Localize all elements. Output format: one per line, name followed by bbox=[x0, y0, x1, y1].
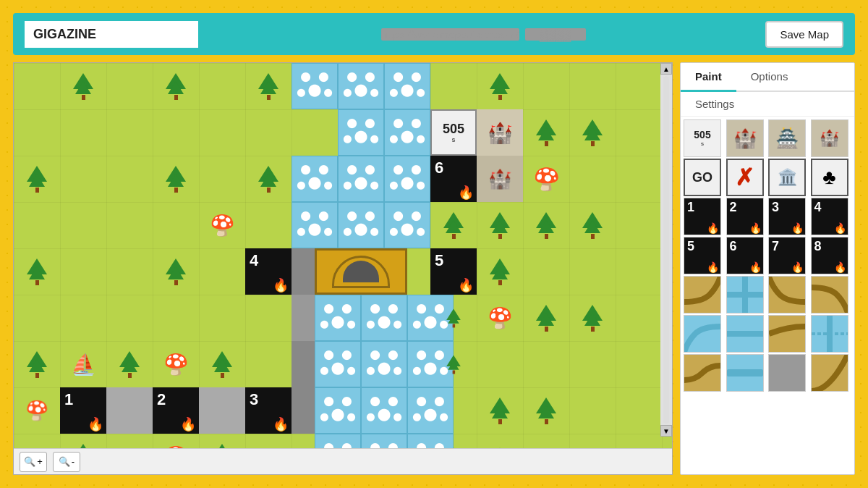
scroll-track-v bbox=[663, 76, 669, 424]
palette-tile-go[interactable]: GO bbox=[684, 159, 721, 196]
tile-palette: 505 s 🏰 🏯 🏰 GO ✗ 🏛️ bbox=[681, 117, 854, 474]
tile-tree bbox=[245, 156, 292, 202]
header-url: https://worldmapbuilder.com/ ▓▓▓▓ bbox=[210, 28, 754, 41]
tile-tree bbox=[430, 295, 477, 341]
tab-options[interactable]: Options bbox=[736, 63, 803, 92]
tab-paint[interactable]: Paint bbox=[681, 63, 736, 92]
tile-number-1: 1 🔥 bbox=[60, 387, 106, 434]
palette-tile-columns[interactable]: 🏛️ bbox=[768, 159, 806, 196]
tile-water bbox=[338, 109, 384, 156]
tile-tree bbox=[477, 434, 523, 448]
tile-water bbox=[292, 202, 338, 248]
palette-tile-path6[interactable] bbox=[726, 315, 764, 353]
tile-water bbox=[384, 202, 430, 248]
palette-tile-path1[interactable] bbox=[684, 276, 721, 314]
tile-water bbox=[407, 387, 454, 434]
tile-tree bbox=[14, 248, 60, 295]
tile-tree bbox=[477, 63, 523, 109]
tile-road bbox=[106, 387, 153, 434]
map-canvas: 505 s 🏰 bbox=[14, 63, 672, 448]
tile-tree bbox=[477, 387, 523, 434]
palette-tile-num6[interactable]: 6 🔥 bbox=[726, 237, 764, 274]
tile-number-5: 5 🔥 bbox=[430, 248, 477, 295]
tile-water bbox=[338, 156, 384, 202]
tile-tree bbox=[153, 248, 199, 295]
tile-tree bbox=[60, 434, 106, 448]
tile-tree bbox=[477, 202, 523, 248]
tile-mushroom: 🍄 bbox=[153, 434, 199, 448]
palette-tile-path4[interactable] bbox=[811, 276, 848, 314]
palette-tile-castle3[interactable]: 🏰 bbox=[811, 119, 848, 157]
palette-tile-505[interactable]: 505 s bbox=[684, 119, 721, 157]
tile-castle: 🏰 bbox=[477, 109, 523, 156]
tile-tree bbox=[430, 434, 477, 448]
map-scroll-area[interactable]: 505 s 🏰 bbox=[14, 63, 672, 448]
tile-mushroom: 🍄 bbox=[199, 202, 245, 248]
url-hidden-text: ▓▓▓▓ bbox=[525, 28, 586, 41]
tile-mushroom: 🍄 bbox=[523, 156, 569, 202]
tile-mushroom: 🍄 bbox=[477, 295, 523, 341]
url-text: https://worldmapbuilder.com/ bbox=[381, 28, 519, 41]
tab-settings[interactable]: Settings bbox=[681, 92, 854, 117]
tile-tree bbox=[199, 434, 245, 448]
palette-tile-path10[interactable] bbox=[726, 354, 764, 392]
palette-tile-num3[interactable]: 3 🔥 bbox=[768, 198, 806, 235]
tile-number-4: 4 🔥 bbox=[245, 248, 292, 295]
tile-road bbox=[292, 387, 315, 434]
palette-tile-path7[interactable] bbox=[768, 315, 806, 353]
tile-mushroom: 🍄 bbox=[14, 387, 60, 434]
tile-tree bbox=[245, 63, 292, 109]
save-map-button[interactable]: Save Map bbox=[765, 21, 843, 48]
tile-tree bbox=[477, 248, 523, 295]
zoom-in-button[interactable]: 🔍 + bbox=[20, 452, 47, 472]
tile-castle2: 🏰 bbox=[477, 156, 523, 202]
tile-tunnel bbox=[315, 248, 407, 295]
tile-water bbox=[361, 387, 407, 434]
right-panel: Paint Options Settings 505 s 🏰 🏯 🏰 bbox=[680, 62, 855, 475]
svg-rect-0 bbox=[727, 369, 763, 376]
scroll-up-button[interactable]: ▲ bbox=[660, 63, 672, 75]
tile-tree bbox=[199, 341, 245, 387]
palette-tile-num5[interactable]: 5 🔥 bbox=[684, 237, 721, 274]
palette-tile-castle[interactable]: 🏰 bbox=[726, 119, 764, 157]
palette-tile-path5[interactable] bbox=[684, 315, 721, 353]
tile-mushroom: 🍄 bbox=[153, 341, 199, 387]
tile-tree bbox=[106, 341, 153, 387]
zoom-out-button[interactable]: 🔍 - bbox=[53, 452, 80, 472]
scroll-down-button[interactable]: ▼ bbox=[660, 425, 672, 437]
palette-tile-path8[interactable] bbox=[811, 315, 848, 353]
map-scrollbar-vertical[interactable]: ▲ ▼ bbox=[660, 63, 672, 437]
tile-water bbox=[361, 434, 407, 448]
palette-tile-path11[interactable] bbox=[768, 354, 806, 392]
tile-water bbox=[292, 63, 338, 109]
panel-tabs: Paint Options bbox=[681, 63, 854, 92]
palette-tile-club[interactable]: ♣ bbox=[811, 159, 848, 196]
palette-tile-path9[interactable] bbox=[684, 354, 721, 392]
palette-tile-castle2[interactable]: 🏯 bbox=[768, 119, 806, 157]
palette-tile-path12[interactable] bbox=[811, 354, 848, 392]
palette-tile-num4[interactable]: 4 🔥 bbox=[811, 198, 848, 235]
palette-tile-num7[interactable]: 7 🔥 bbox=[768, 237, 806, 274]
tile-tree bbox=[153, 156, 199, 202]
palette-tile-num2[interactable]: 2 🔥 bbox=[726, 198, 764, 235]
tile-tree bbox=[523, 387, 569, 434]
map-title-input[interactable] bbox=[25, 21, 198, 48]
tile-water bbox=[338, 202, 384, 248]
palette-tile-path2[interactable] bbox=[726, 276, 764, 314]
tile-water bbox=[315, 387, 361, 434]
map-bottom-bar: 🔍 + 🔍 - bbox=[14, 448, 672, 474]
header: https://worldmapbuilder.com/ ▓▓▓▓ Save M… bbox=[13, 13, 855, 55]
tile-boat: ⛵ bbox=[60, 341, 106, 387]
palette-tile-num1[interactable]: 1 🔥 bbox=[684, 198, 721, 235]
map-container: 505 s 🏰 bbox=[13, 62, 673, 475]
tile-road bbox=[199, 387, 245, 434]
palette-tile-x[interactable]: ✗ bbox=[726, 159, 764, 196]
tile-tree bbox=[523, 295, 569, 341]
tile-tree bbox=[523, 109, 569, 156]
palette-tile-path3[interactable] bbox=[768, 276, 806, 314]
tile-tree bbox=[523, 202, 569, 248]
tile-505: 505 s bbox=[430, 109, 477, 156]
palette-tile-num8[interactable]: 8 🔥 bbox=[811, 237, 848, 274]
svg-rect-1 bbox=[769, 355, 805, 391]
main-content: 505 s 🏰 bbox=[13, 62, 855, 475]
